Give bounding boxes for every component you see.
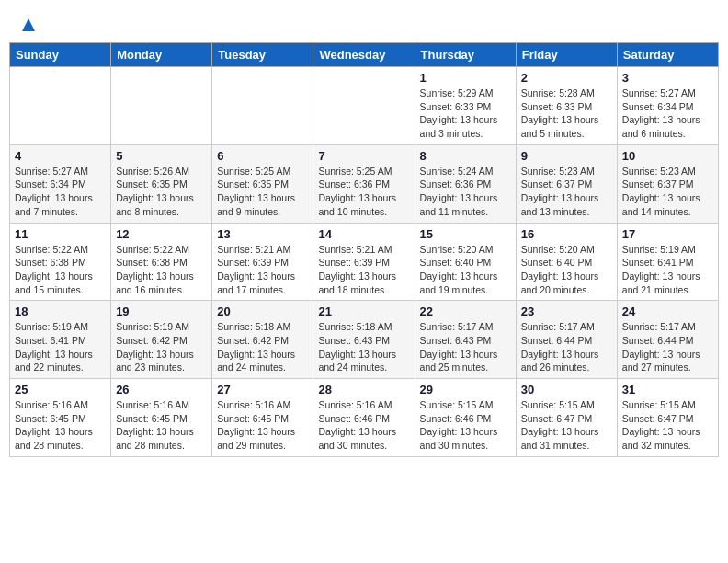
week-row-3: 11Sunrise: 5:22 AM Sunset: 6:38 PM Dayli… <box>10 223 719 301</box>
day-info: Sunrise: 5:21 AM Sunset: 6:39 PM Dayligh… <box>217 243 308 297</box>
day-cell: 26Sunrise: 5:16 AM Sunset: 6:45 PM Dayli… <box>111 379 212 457</box>
day-cell: 31Sunrise: 5:15 AM Sunset: 6:47 PM Dayli… <box>617 379 718 457</box>
day-info: Sunrise: 5:16 AM Sunset: 6:45 PM Dayligh… <box>15 398 106 453</box>
day-info: Sunrise: 5:28 AM Sunset: 6:33 PM Dayligh… <box>521 86 612 141</box>
day-info: Sunrise: 5:26 AM Sunset: 6:35 PM Dayligh… <box>116 165 207 219</box>
day-number: 6 <box>217 149 308 163</box>
day-cell: 19Sunrise: 5:19 AM Sunset: 6:42 PM Dayli… <box>111 301 212 379</box>
day-cell: 7Sunrise: 5:25 AM Sunset: 6:36 PM Daylig… <box>313 144 415 223</box>
day-cell: 3Sunrise: 5:27 AM Sunset: 6:34 PM Daylig… <box>617 67 718 145</box>
day-number: 3 <box>622 71 713 85</box>
day-cell: 23Sunrise: 5:17 AM Sunset: 6:44 PM Dayli… <box>516 301 617 379</box>
day-number: 18 <box>15 304 106 318</box>
day-number: 13 <box>217 227 308 241</box>
day-number: 31 <box>622 383 713 396</box>
day-number: 11 <box>15 227 106 241</box>
column-header-thursday: Thursday <box>415 43 516 67</box>
day-info: Sunrise: 5:16 AM Sunset: 6:45 PM Dayligh… <box>116 398 207 453</box>
day-cell: 25Sunrise: 5:16 AM Sunset: 6:45 PM Dayli… <box>10 379 111 457</box>
day-info: Sunrise: 5:29 AM Sunset: 6:33 PM Dayligh… <box>420 86 511 141</box>
column-header-monday: Monday <box>111 43 212 67</box>
week-row-2: 4Sunrise: 5:27 AM Sunset: 6:34 PM Daylig… <box>10 144 719 223</box>
day-cell: 2Sunrise: 5:28 AM Sunset: 6:33 PM Daylig… <box>516 67 617 145</box>
day-number: 2 <box>521 71 612 85</box>
day-info: Sunrise: 5:25 AM Sunset: 6:35 PM Dayligh… <box>217 165 308 219</box>
day-info: Sunrise: 5:23 AM Sunset: 6:37 PM Dayligh… <box>521 165 612 219</box>
day-info: Sunrise: 5:27 AM Sunset: 6:34 PM Dayligh… <box>15 165 106 219</box>
svg-marker-0 <box>22 18 35 31</box>
day-number: 27 <box>217 383 308 396</box>
day-info: Sunrise: 5:19 AM Sunset: 6:41 PM Dayligh… <box>622 243 713 297</box>
day-cell <box>212 67 313 145</box>
column-header-wednesday: Wednesday <box>313 43 415 67</box>
day-info: Sunrise: 5:23 AM Sunset: 6:37 PM Dayligh… <box>622 165 713 219</box>
day-cell: 17Sunrise: 5:19 AM Sunset: 6:41 PM Dayli… <box>617 223 718 301</box>
day-cell <box>313 67 415 145</box>
day-info: Sunrise: 5:19 AM Sunset: 6:41 PM Dayligh… <box>15 320 106 374</box>
day-cell: 14Sunrise: 5:21 AM Sunset: 6:39 PM Dayli… <box>313 223 415 301</box>
day-info: Sunrise: 5:27 AM Sunset: 6:34 PM Dayligh… <box>622 86 713 141</box>
day-cell: 9Sunrise: 5:23 AM Sunset: 6:37 PM Daylig… <box>516 144 617 223</box>
day-number: 26 <box>116 383 207 396</box>
day-cell: 11Sunrise: 5:22 AM Sunset: 6:38 PM Dayli… <box>10 223 111 301</box>
day-cell: 8Sunrise: 5:24 AM Sunset: 6:36 PM Daylig… <box>415 144 516 223</box>
day-number: 5 <box>116 149 207 163</box>
day-info: Sunrise: 5:16 AM Sunset: 6:46 PM Dayligh… <box>318 398 409 453</box>
day-number: 12 <box>116 227 207 241</box>
day-info: Sunrise: 5:20 AM Sunset: 6:40 PM Dayligh… <box>420 243 511 297</box>
day-number: 9 <box>521 149 612 163</box>
column-header-saturday: Saturday <box>617 43 718 67</box>
day-number: 10 <box>622 149 713 163</box>
calendar-table: SundayMondayTuesdayWednesdayThursdayFrid… <box>9 42 719 457</box>
column-header-tuesday: Tuesday <box>212 43 313 67</box>
day-cell: 12Sunrise: 5:22 AM Sunset: 6:38 PM Dayli… <box>111 223 212 301</box>
day-cell: 20Sunrise: 5:18 AM Sunset: 6:42 PM Dayli… <box>212 301 313 379</box>
day-number: 4 <box>15 149 106 163</box>
day-cell <box>111 67 212 145</box>
logo-icon <box>20 17 37 33</box>
day-cell: 5Sunrise: 5:26 AM Sunset: 6:35 PM Daylig… <box>111 144 212 223</box>
day-number: 22 <box>420 304 511 318</box>
week-row-1: 1Sunrise: 5:29 AM Sunset: 6:33 PM Daylig… <box>10 67 719 145</box>
day-cell: 27Sunrise: 5:16 AM Sunset: 6:45 PM Dayli… <box>212 379 313 457</box>
day-info: Sunrise: 5:17 AM Sunset: 6:44 PM Dayligh… <box>521 320 612 374</box>
page-header <box>9 9 719 37</box>
day-cell: 30Sunrise: 5:15 AM Sunset: 6:47 PM Dayli… <box>516 379 617 457</box>
day-number: 19 <box>116 304 207 318</box>
day-number: 29 <box>420 383 511 396</box>
day-info: Sunrise: 5:15 AM Sunset: 6:47 PM Dayligh… <box>622 398 713 453</box>
day-info: Sunrise: 5:17 AM Sunset: 6:43 PM Dayligh… <box>420 320 511 374</box>
day-info: Sunrise: 5:17 AM Sunset: 6:44 PM Dayligh… <box>622 320 713 374</box>
day-cell: 24Sunrise: 5:17 AM Sunset: 6:44 PM Dayli… <box>617 301 718 379</box>
day-cell: 6Sunrise: 5:25 AM Sunset: 6:35 PM Daylig… <box>212 144 313 223</box>
day-info: Sunrise: 5:24 AM Sunset: 6:36 PM Dayligh… <box>420 165 511 219</box>
day-info: Sunrise: 5:15 AM Sunset: 6:47 PM Dayligh… <box>521 398 612 453</box>
day-cell: 22Sunrise: 5:17 AM Sunset: 6:43 PM Dayli… <box>415 301 516 379</box>
week-row-5: 25Sunrise: 5:16 AM Sunset: 6:45 PM Dayli… <box>10 379 719 457</box>
day-number: 23 <box>521 304 612 318</box>
day-cell: 21Sunrise: 5:18 AM Sunset: 6:43 PM Dayli… <box>313 301 415 379</box>
day-cell: 29Sunrise: 5:15 AM Sunset: 6:46 PM Dayli… <box>415 379 516 457</box>
day-cell: 28Sunrise: 5:16 AM Sunset: 6:46 PM Dayli… <box>313 379 415 457</box>
day-cell: 16Sunrise: 5:20 AM Sunset: 6:40 PM Dayli… <box>516 223 617 301</box>
calendar-header-row: SundayMondayTuesdayWednesdayThursdayFrid… <box>10 43 719 67</box>
day-number: 7 <box>318 149 409 163</box>
day-info: Sunrise: 5:15 AM Sunset: 6:46 PM Dayligh… <box>420 398 511 453</box>
day-number: 1 <box>420 71 511 85</box>
day-cell: 13Sunrise: 5:21 AM Sunset: 6:39 PM Dayli… <box>212 223 313 301</box>
week-row-4: 18Sunrise: 5:19 AM Sunset: 6:41 PM Dayli… <box>10 301 719 379</box>
day-number: 21 <box>318 304 409 318</box>
day-number: 28 <box>318 383 409 396</box>
logo <box>18 17 37 33</box>
column-header-friday: Friday <box>516 43 617 67</box>
day-number: 20 <box>217 304 308 318</box>
day-number: 15 <box>420 227 511 241</box>
day-info: Sunrise: 5:18 AM Sunset: 6:42 PM Dayligh… <box>217 320 308 374</box>
day-cell: 1Sunrise: 5:29 AM Sunset: 6:33 PM Daylig… <box>415 67 516 145</box>
day-info: Sunrise: 5:20 AM Sunset: 6:40 PM Dayligh… <box>521 243 612 297</box>
day-info: Sunrise: 5:21 AM Sunset: 6:39 PM Dayligh… <box>318 243 409 297</box>
day-number: 8 <box>420 149 511 163</box>
column-header-sunday: Sunday <box>10 43 111 67</box>
day-number: 16 <box>521 227 612 241</box>
day-number: 14 <box>318 227 409 241</box>
